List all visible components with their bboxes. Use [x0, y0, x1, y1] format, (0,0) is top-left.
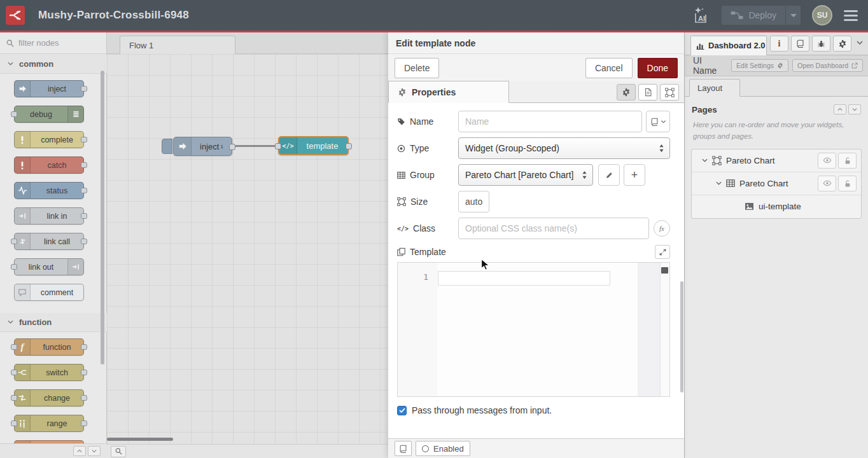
- palette-node-switch[interactable]: switch: [14, 364, 84, 381]
- output-port: [81, 395, 87, 401]
- wire-inject-to-template[interactable]: [232, 145, 278, 147]
- sidebar-menu-button[interactable]: [857, 41, 863, 45]
- info-tab-button[interactable]: i: [770, 36, 788, 52]
- debug-tab-button[interactable]: [812, 36, 830, 52]
- passthrough-checkbox[interactable]: [397, 406, 407, 415]
- editor-scrollbar-thumb[interactable]: [661, 267, 668, 274]
- tree-row-widget-ui-template[interactable]: ui-template: [692, 195, 861, 218]
- palette-node-link-out[interactable]: link out: [14, 258, 84, 275]
- pages-title: Pages: [692, 105, 834, 114]
- tab-dashboard-2[interactable]: Dashboard 2.0: [690, 36, 767, 55]
- delete-button[interactable]: Delete: [395, 58, 439, 78]
- canvas-horizontal-scrollbar[interactable]: [107, 438, 173, 441]
- palette-node-comment[interactable]: comment: [14, 284, 84, 301]
- expand-all-button[interactable]: [848, 104, 861, 114]
- pages-hint-text: Here you can re-order and move your widg…: [685, 118, 868, 142]
- output-port[interactable]: [346, 143, 352, 149]
- palette-node-range[interactable]: range: [14, 415, 84, 432]
- edit-group-button[interactable]: [598, 164, 620, 186]
- description-tab-button[interactable]: [638, 84, 657, 101]
- circle-dot-icon: [397, 144, 405, 153]
- node-palette: common inject debug: [0, 32, 107, 458]
- flow-node-inject[interactable]: inject1: [173, 137, 232, 156]
- appearance-tab-button[interactable]: [660, 84, 679, 101]
- palette-node-complete[interactable]: complete: [14, 131, 84, 148]
- main-menu-button[interactable]: [844, 10, 858, 21]
- deploy-options-button[interactable]: [785, 6, 801, 25]
- user-avatar[interactable]: su: [812, 5, 832, 25]
- palette-scrollbar[interactable]: [101, 71, 104, 364]
- tray-scrollbar[interactable]: [680, 281, 683, 392]
- chevron-down-icon[interactable]: [716, 181, 722, 186]
- node-help-button[interactable]: [395, 441, 412, 456]
- palette-category-function[interactable]: function: [0, 313, 107, 332]
- output-port: [81, 86, 87, 92]
- palette-scroll-area[interactable]: common inject debug: [0, 55, 107, 443]
- type-select[interactable]: Widget (Group-Scoped): [458, 137, 670, 159]
- collapse-categories-button[interactable]: [73, 446, 86, 456]
- group-select[interactable]: Pareto Chart [Pareto Chart]: [458, 164, 593, 186]
- code-icon: </>: [397, 225, 409, 232]
- palette-node-change[interactable]: change: [14, 389, 84, 406]
- layout-tree: Pareto Chart Pareto Chart: [691, 149, 862, 219]
- ai-assistant-button[interactable]: AI: [690, 4, 710, 26]
- template-code-editor[interactable]: 1: [397, 262, 670, 397]
- chevron-down-icon[interactable]: [702, 158, 708, 163]
- name-input[interactable]: [458, 111, 642, 132]
- tree-row-page-pareto-chart[interactable]: Pareto Chart: [692, 149, 861, 172]
- palette-node-debug[interactable]: debug: [14, 106, 84, 123]
- group-field-label: Group: [397, 170, 458, 180]
- input-port: [11, 344, 17, 350]
- palette-node-catch[interactable]: catch: [14, 156, 84, 174]
- tab-flow-1[interactable]: Flow 1: [120, 36, 235, 54]
- palette-node-link-in[interactable]: link in: [14, 207, 84, 225]
- size-button[interactable]: auto: [458, 191, 489, 212]
- input-port[interactable]: [275, 143, 281, 149]
- class-input[interactable]: [458, 218, 649, 239]
- palette-category-common[interactable]: common: [0, 55, 107, 74]
- editor-current-line[interactable]: [438, 271, 610, 286]
- tab-layout[interactable]: Layout: [689, 79, 740, 97]
- bar-chart-icon: [696, 42, 704, 50]
- tree-row-group-pareto-chart[interactable]: Pareto Chart: [692, 172, 861, 195]
- flow-node-ui-template-selected[interactable]: </> template: [278, 136, 349, 155]
- chevron-down-icon: [790, 14, 797, 17]
- fx-expression-button[interactable]: fx: [654, 220, 670, 237]
- search-flows-button[interactable]: [111, 446, 126, 457]
- palette-node-status[interactable]: status: [14, 182, 84, 199]
- node-red-editor: Mushy-Parrot-Crossbill-6948 AI De: [0, 0, 868, 458]
- flowfuse-logo[interactable]: [0, 0, 31, 31]
- expand-categories-button[interactable]: [88, 446, 101, 456]
- editor-scrollbar[interactable]: [660, 263, 669, 396]
- label-options-button[interactable]: [646, 111, 670, 132]
- done-button[interactable]: Done: [638, 58, 678, 78]
- tab-properties[interactable]: Properties: [388, 81, 509, 103]
- updown-arrows-icon: [659, 144, 664, 153]
- open-dashboard-button[interactable]: Open Dashboard: [792, 59, 863, 72]
- help-tab-button[interactable]: [791, 36, 809, 52]
- external-link-icon: [851, 62, 858, 69]
- deploy-split-button[interactable]: Deploy: [722, 6, 801, 25]
- expand-editor-button[interactable]: [655, 245, 670, 259]
- add-group-button[interactable]: +: [624, 164, 645, 186]
- lock-button[interactable]: [838, 153, 857, 169]
- output-port[interactable]: [229, 144, 235, 150]
- palette-node-inject[interactable]: inject: [14, 80, 84, 97]
- edit-settings-button[interactable]: Edit Settings: [731, 59, 788, 72]
- palette-search[interactable]: [0, 32, 106, 54]
- visibility-button[interactable]: [818, 153, 836, 169]
- cancel-button[interactable]: Cancel: [585, 58, 633, 78]
- config-nodes-tab-button[interactable]: [833, 36, 851, 52]
- inject-trigger-button[interactable]: [162, 139, 172, 154]
- palette-node-function[interactable]: f function: [14, 338, 84, 356]
- node-enabled-toggle[interactable]: Enabled: [416, 441, 470, 456]
- deploy-button[interactable]: Deploy: [722, 6, 785, 25]
- visibility-button[interactable]: [818, 176, 836, 191]
- palette-node-link-call[interactable]: link call: [14, 233, 84, 250]
- collapse-all-button[interactable]: [834, 104, 846, 114]
- filter-nodes-input[interactable]: [18, 38, 88, 48]
- properties-tab-button[interactable]: [617, 84, 636, 101]
- lock-button[interactable]: [838, 176, 857, 191]
- flowfuse-logo-icon: [6, 6, 25, 25]
- sidebar-tab-bar: Dashboard 2.0 i: [685, 32, 868, 55]
